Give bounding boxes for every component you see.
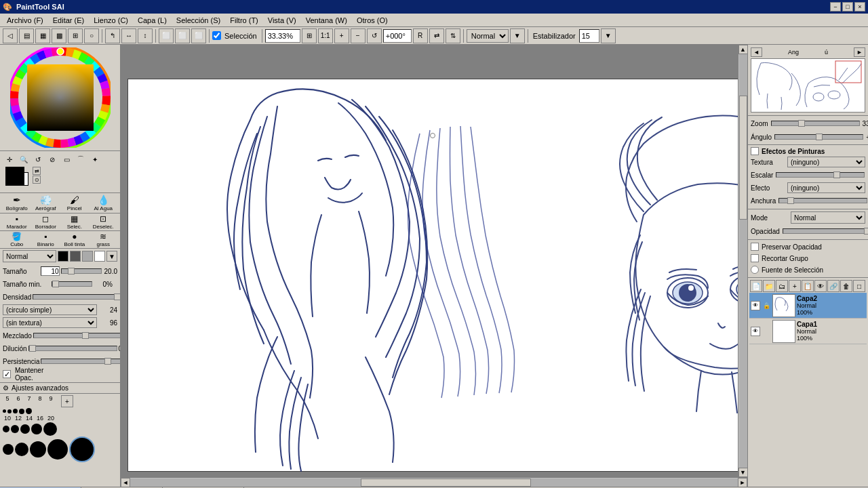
tool-binario[interactable]: ▪ Binario [32, 232, 60, 247]
density-slider[interactable] [33, 294, 121, 300]
layer-new-btn[interactable]: 📄 [750, 280, 762, 292]
scroll-up-btn[interactable]: ▲ [738, 45, 748, 54]
stabilizer-extra[interactable]: ▼ [601, 28, 616, 43]
preset-dot-8[interactable] [19, 409, 24, 414]
advanced-settings-btn[interactable]: ⚙ Ajustes avanzados [0, 382, 120, 393]
preset-dot-big-1[interactable] [3, 444, 14, 455]
preset-dot-16[interactable] [31, 424, 42, 434]
tool-borrador[interactable]: ◻ Borrador [32, 214, 60, 230]
v-scroll-thumb[interactable] [739, 96, 747, 220]
preset-dot-big-5-active[interactable] [69, 436, 95, 462]
preset-dot-9[interactable] [26, 408, 32, 414]
zoom-input[interactable] [265, 29, 300, 43]
layer-vis-btn[interactable]: 👁 [814, 280, 827, 292]
layer-capa2-lock[interactable]: 🔒 [762, 301, 771, 310]
layer-folder-btn[interactable]: 📁 [763, 280, 775, 292]
tool-sel-magic[interactable]: ✦ [88, 152, 102, 166]
scroll-right-btn[interactable]: ► [738, 478, 747, 487]
layer-extra-btn[interactable]: □ [853, 280, 865, 292]
tool-marador[interactable]: ▪ Marador [3, 214, 31, 230]
tool-grass[interactable]: ≋ grass [90, 232, 118, 247]
texture-select[interactable]: (sin textura) [3, 317, 97, 328]
v-scroll-track[interactable] [739, 54, 747, 468]
canvas-area[interactable]: ◄ ► ▲ ▼ [121, 45, 747, 487]
close-btn[interactable]: × [854, 2, 865, 12]
angle-input[interactable] [383, 29, 412, 43]
zoom-slider[interactable] [771, 121, 860, 126]
tool-sel-lasso[interactable]: ⌒ [74, 152, 87, 166]
recortar-grupo-check[interactable] [751, 254, 759, 262]
zoom-rotate[interactable]: ↺ [367, 28, 382, 43]
menu-capa[interactable]: Capa (L) [134, 16, 171, 25]
color-wheel[interactable] [10, 47, 111, 148]
menu-archivo[interactable]: Archivo (F) [3, 16, 47, 25]
preset-dot-big-3[interactable] [30, 441, 46, 458]
blend-mode-extra[interactable]: ▼ [510, 28, 525, 43]
reset-colors-btn[interactable]: ⊙ [33, 176, 41, 184]
minimize-btn[interactable]: − [830, 2, 841, 12]
angle-slider[interactable] [774, 134, 863, 140]
menu-vista[interactable]: Vista (V) [264, 16, 300, 25]
width-slider[interactable] [778, 198, 867, 203]
tool-btn-1[interactable]: ◁ [3, 28, 18, 43]
tool-rotate[interactable]: ↺ [31, 152, 45, 166]
canvas-flip-h[interactable]: ↔ [121, 28, 136, 43]
preserve-opacity-check[interactable] [751, 243, 759, 251]
preset-dot-20[interactable] [43, 422, 57, 436]
view-btn-1[interactable]: ⬜ [159, 28, 174, 43]
scroll-left-btn[interactable]: ◄ [121, 478, 130, 487]
preset-dot-14[interactable] [20, 424, 30, 434]
swap-colors-btn[interactable]: ⇄ [33, 167, 41, 175]
tool-btn-6[interactable]: ○ [84, 28, 99, 43]
tool-btn-5[interactable]: ⊞ [68, 28, 83, 43]
layer-add-btn[interactable]: + [789, 280, 801, 292]
tool-deselec[interactable]: ⊡ Deselec. [90, 214, 118, 230]
layer-delete-btn[interactable]: 🗑 [840, 280, 852, 292]
color-btn-lightgray[interactable] [82, 251, 93, 262]
preset-dot-5[interactable] [3, 409, 6, 413]
scroll-down-btn[interactable]: ▼ [738, 468, 748, 477]
tool-btn-3[interactable]: ▦ [35, 28, 50, 43]
layer-copy-btn[interactable]: 📋 [802, 280, 814, 292]
opacity-slider[interactable] [783, 228, 868, 234]
brush-blend-mode-select[interactable]: Normal [3, 250, 56, 262]
angle-reset[interactable]: R [413, 28, 428, 43]
menu-lienzo[interactable]: Lienzo (C) [90, 16, 132, 25]
tool-move[interactable]: ✛ [3, 152, 16, 166]
layer-capa1-eye[interactable]: 👁 [751, 327, 760, 336]
drawing-canvas[interactable] [127, 79, 745, 472]
blend-slider[interactable] [33, 333, 121, 338]
preset-dot-big-4[interactable] [47, 439, 68, 460]
tool-bolltinta[interactable]: ● Boll tinta [60, 232, 89, 247]
preset-dot-6[interactable] [7, 409, 12, 413]
preview-thumbnail[interactable] [751, 58, 865, 113]
canvas-rotate-left[interactable]: ↰ [105, 28, 120, 43]
shape-select[interactable]: (circulo simple) [3, 304, 97, 315]
maintain-opacity-check[interactable]: ✓ [3, 370, 11, 378]
menu-otros[interactable]: Otros (O) [353, 16, 392, 25]
effect-select[interactable]: (ninguno) [787, 182, 865, 193]
tool-btn-4[interactable]: ▩ [52, 28, 66, 43]
h-scroll-track[interactable] [130, 479, 738, 487]
preset-add-btn[interactable]: + [61, 395, 73, 407]
preset-dot-7[interactable] [13, 409, 18, 413]
zoom-100[interactable]: 1:1 [318, 28, 333, 43]
h-scroll-thumb[interactable] [361, 479, 531, 487]
preview-prev-btn[interactable]: ◄ [751, 47, 762, 57]
preset-dot-10[interactable] [3, 426, 9, 432]
fuente-seleccion-radio[interactable] [751, 266, 759, 274]
layer-group-btn[interactable]: 🗂 [776, 280, 788, 292]
selection-checkbox[interactable] [212, 31, 221, 40]
layer-capa1[interactable]: 👁 Capa1 Normal 100% [749, 319, 867, 344]
zoom-in[interactable]: + [334, 28, 349, 43]
flip-v[interactable]: ⇅ [446, 28, 460, 43]
menu-filtro[interactable]: Filtro (T) [226, 16, 262, 25]
color-btn-gray[interactable] [70, 251, 81, 262]
tool-eyedrop[interactable]: ⊘ [45, 152, 59, 166]
menu-seleccion[interactable]: Selección (S) [172, 16, 224, 25]
extra-btn[interactable]: ▼ [106, 251, 117, 262]
layer-capa2-eye[interactable]: 👁 [751, 301, 760, 310]
texture-select-right[interactable]: (ninguno) [787, 157, 865, 167]
zoom-out[interactable]: − [351, 28, 366, 43]
preset-dot-12[interactable] [11, 425, 19, 433]
